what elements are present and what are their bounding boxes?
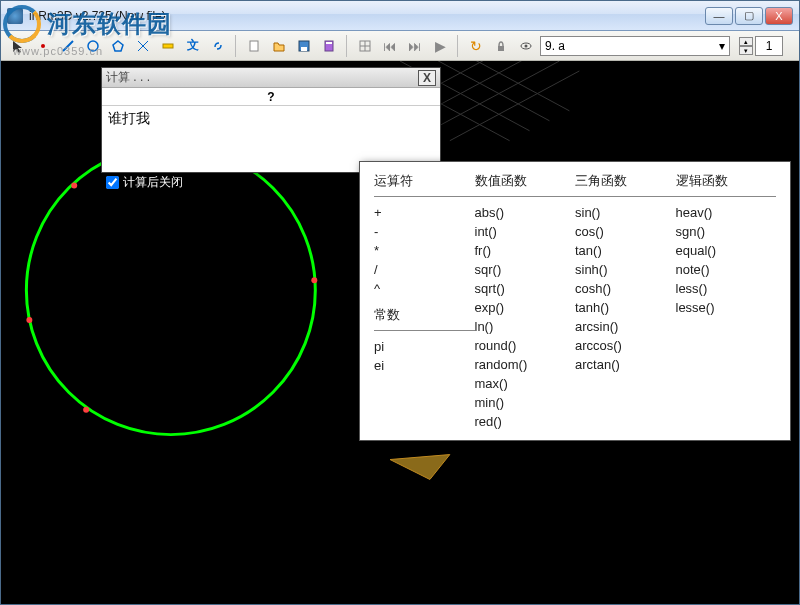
fn-item[interactable]: ln() <box>475 317 576 336</box>
svg-line-21 <box>440 61 570 111</box>
fn-item[interactable]: pi <box>374 337 475 356</box>
fn-item[interactable]: equal() <box>676 241 777 260</box>
link-icon[interactable] <box>207 35 229 57</box>
fn-item[interactable]: note() <box>676 260 777 279</box>
point-e[interactable] <box>311 277 317 283</box>
app-window: inRm3D v2.725 (New file) — ▢ X 文 ⏮ ⏭ ▶ ↻… <box>0 0 800 605</box>
calc-dialog-titlebar[interactable]: 计算 . . . X <box>102 68 440 88</box>
fn-item[interactable]: lesse() <box>676 298 777 317</box>
skip-back-icon[interactable]: ⏮ <box>379 35 401 57</box>
calc-input[interactable] <box>102 106 440 168</box>
fn-item[interactable]: + <box>374 203 475 222</box>
svg-line-24 <box>430 61 560 131</box>
fn-column: 三角函数sin()cos()tan()sinh()cosh()tanh()arc… <box>575 172 676 431</box>
svg-point-0 <box>41 44 45 48</box>
open-icon[interactable] <box>268 35 290 57</box>
calc-help-button[interactable]: ? <box>102 88 440 106</box>
svg-point-17 <box>525 44 528 47</box>
close-button[interactable]: X <box>765 7 793 25</box>
fn-item[interactable]: exp() <box>475 298 576 317</box>
fn-item[interactable]: ei <box>374 356 475 375</box>
circle-icon[interactable] <box>82 35 104 57</box>
skip-fwd-icon[interactable]: ⏭ <box>404 35 426 57</box>
svg-rect-6 <box>163 44 173 48</box>
svg-line-1 <box>63 41 73 51</box>
fn-item[interactable]: sqrt() <box>475 279 576 298</box>
play-icon[interactable]: ▶ <box>429 35 451 57</box>
app-icon <box>7 8 23 24</box>
arrow-icon[interactable] <box>7 35 29 57</box>
fn-item[interactable]: round() <box>475 336 576 355</box>
refresh-icon[interactable]: ↻ <box>465 35 487 57</box>
fn-item[interactable]: red() <box>475 412 576 431</box>
fn-item[interactable]: arcsin() <box>575 317 676 336</box>
function-panel: 运算符+-*/^常数piei数值函数abs()int()fr()sqr()sqr… <box>359 161 791 441</box>
fn-column-header: 数值函数 <box>475 172 576 192</box>
fn-item[interactable]: cos() <box>575 222 676 241</box>
maximize-button[interactable]: ▢ <box>735 7 763 25</box>
polygon-icon[interactable] <box>107 35 129 57</box>
fn-item[interactable]: tanh() <box>575 298 676 317</box>
fn-item[interactable]: sgn() <box>676 222 777 241</box>
fn-column: 数值函数abs()int()fr()sqr()sqrt()exp()ln()ro… <box>475 172 576 431</box>
fn-item[interactable]: sin() <box>575 203 676 222</box>
fn-item[interactable]: max() <box>475 374 576 393</box>
calc-icon[interactable] <box>318 35 340 57</box>
fn-item[interactable]: arccos() <box>575 336 676 355</box>
point-icon[interactable] <box>32 35 54 57</box>
svg-rect-11 <box>326 42 332 44</box>
close-after-calc-checkbox[interactable] <box>106 176 119 189</box>
intersect-icon[interactable] <box>132 35 154 57</box>
close-after-calc-text: 计算后关闭 <box>123 174 183 191</box>
calc-dialog-close-button[interactable]: X <box>418 70 436 86</box>
line-icon[interactable] <box>57 35 79 57</box>
measure-icon[interactable] <box>157 35 179 57</box>
fn-item[interactable]: int() <box>475 222 576 241</box>
chevron-down-icon: ▾ <box>719 39 725 53</box>
spin-up-button[interactable]: ▴ <box>739 37 753 46</box>
grid-icon[interactable] <box>354 35 376 57</box>
point-c[interactable] <box>26 317 32 323</box>
fn-item[interactable]: heav() <box>676 203 777 222</box>
minimize-button[interactable]: — <box>705 7 733 25</box>
fn-column-header: 运算符 <box>374 172 475 192</box>
fn-item[interactable]: sinh() <box>575 260 676 279</box>
fn-item[interactable]: abs() <box>475 203 576 222</box>
calc-dialog-title: 计算 . . . <box>106 69 418 86</box>
window-title: inRm3D v2.725 (New file) <box>29 9 705 23</box>
lock-icon[interactable] <box>490 35 512 57</box>
fn-column-header: 常数 <box>374 306 475 326</box>
calc-dialog: 计算 . . . X ? 计算后关闭 <box>101 67 441 173</box>
svg-rect-15 <box>498 46 504 51</box>
fn-item[interactable]: / <box>374 260 475 279</box>
fn-item[interactable]: ^ <box>374 279 475 298</box>
fn-item[interactable]: less() <box>676 279 777 298</box>
dropdown-value: 9. a <box>545 39 565 53</box>
spin-value[interactable]: 1 <box>755 36 783 56</box>
point-a[interactable] <box>71 183 77 189</box>
toolbar: 文 ⏮ ⏭ ▶ ↻ 9. a ▾ ▴ ▾ 1 <box>1 31 799 61</box>
fn-item[interactable]: tan() <box>575 241 676 260</box>
fn-item[interactable]: random() <box>475 355 576 374</box>
new-icon[interactable] <box>243 35 265 57</box>
svg-point-2 <box>88 41 98 51</box>
spin-down-button[interactable]: ▾ <box>739 46 753 55</box>
spin-control: ▴ ▾ 1 <box>739 36 783 56</box>
eye-icon[interactable] <box>515 35 537 57</box>
point-d[interactable] <box>83 407 89 413</box>
fn-item[interactable]: sqr() <box>475 260 576 279</box>
object-dropdown[interactable]: 9. a ▾ <box>540 36 730 56</box>
fn-item[interactable]: min() <box>475 393 576 412</box>
text-icon[interactable]: 文 <box>182 35 204 57</box>
titlebar[interactable]: inRm3D v2.725 (New file) — ▢ X <box>1 1 799 31</box>
triangle-shape[interactable] <box>390 455 450 480</box>
fn-column-header: 逻辑函数 <box>676 172 777 192</box>
fn-item[interactable]: fr() <box>475 241 576 260</box>
fn-item[interactable]: - <box>374 222 475 241</box>
fn-item[interactable]: * <box>374 241 475 260</box>
fn-column: 运算符+-*/^常数piei <box>374 172 475 431</box>
fn-item[interactable]: cosh() <box>575 279 676 298</box>
close-after-calc-label[interactable]: 计算后关闭 <box>102 172 187 193</box>
fn-item[interactable]: arctan() <box>575 355 676 374</box>
save-icon[interactable] <box>293 35 315 57</box>
